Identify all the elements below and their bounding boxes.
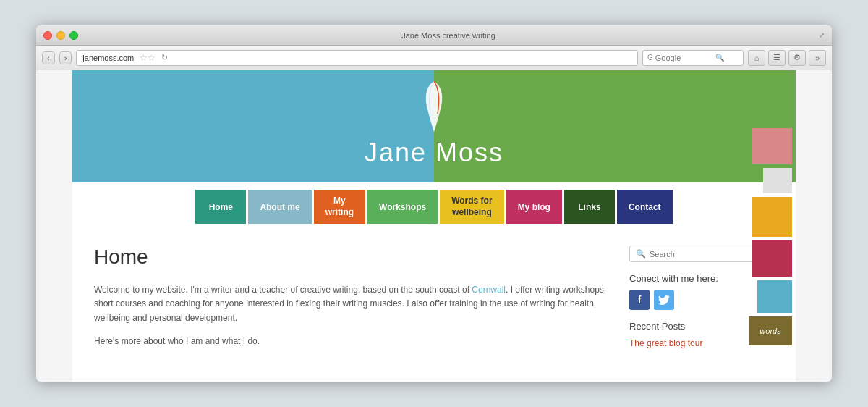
nav-contact[interactable]: Contact (617, 190, 673, 224)
cornwall-link[interactable]: Cornwall (472, 285, 506, 295)
toolbar-icons: ⌂ ☰ ⚙ » (748, 50, 826, 66)
deco-block-yellow (752, 197, 792, 237)
bookmark-icon: ☆☆ (140, 53, 156, 63)
home-toolbar-icon[interactable]: ⌂ (748, 50, 765, 66)
address-text: janemoss.com (82, 54, 134, 62)
deco-block-red (752, 240, 792, 277)
nav-links[interactable]: Links (564, 190, 615, 224)
minimize-button[interactable] (56, 31, 65, 40)
menu-icon[interactable]: ☰ (768, 50, 786, 66)
deco-block-words: words (749, 316, 792, 345)
main-layout: Home Welcome to my website. I'm a writer… (72, 231, 796, 363)
address-content: janemoss.com ☆☆ ↻ (82, 53, 631, 63)
hero-site-name: Jane Moss (365, 138, 503, 168)
recent-post-link[interactable]: The great blog tour (629, 338, 702, 348)
right-decorative-blocks: words (749, 128, 796, 345)
nav-writing[interactable]: My writing (314, 190, 365, 224)
more-link[interactable]: more (122, 336, 141, 346)
close-button[interactable] (43, 31, 52, 40)
title-bar: Jane Moss creative writing ⤢ (36, 25, 832, 46)
maximize-button[interactable] (69, 31, 78, 40)
main-content: Home Welcome to my website. I'm a writer… (94, 246, 615, 348)
reload-icon: ↻ (161, 53, 168, 62)
deco-block-teal (757, 280, 792, 313)
nav-workshops[interactable]: Workshops (367, 190, 438, 224)
site-content: Jane Moss Home About me My writing Works… (72, 70, 796, 382)
search-icon: 🔍 (636, 249, 646, 259)
browser-window: Jane Moss creative writing ⤢ ‹ › janemos… (36, 25, 832, 382)
nav-blog[interactable]: My blog (506, 190, 562, 224)
hero-banner: Jane Moss (72, 70, 796, 182)
toolbar: ‹ › janemoss.com ☆☆ ↻ G 🔍 ⌂ ☰ ⚙ » (36, 46, 832, 70)
more-icon[interactable]: » (809, 50, 826, 66)
page-title: Home (94, 246, 615, 269)
body-paragraph: Welcome to my website. I'm a writer and … (94, 283, 615, 325)
tools-icon[interactable]: ⚙ (788, 50, 806, 66)
browser-search-input[interactable] (655, 54, 713, 62)
nav-words[interactable]: Words for wellbeing (440, 190, 503, 224)
google-icon: G (647, 54, 653, 62)
more-paragraph: Here's more about who I am and what I do… (94, 336, 615, 346)
forward-button[interactable]: › (59, 51, 72, 64)
twitter-icon[interactable] (654, 290, 674, 310)
expand-icon: ⤢ (819, 31, 825, 39)
back-button[interactable]: ‹ (42, 51, 55, 64)
quill-decoration (412, 77, 456, 138)
address-bar[interactable]: janemoss.com ☆☆ ↻ (76, 50, 638, 66)
browser-search-wrap[interactable]: G 🔍 (642, 50, 744, 66)
deco-block-pink (752, 128, 792, 164)
window-title: Jane Moss creative writing (78, 31, 819, 40)
facebook-icon[interactable]: f (629, 290, 650, 310)
window-buttons (43, 31, 78, 40)
search-icon: 🔍 (715, 54, 724, 62)
deco-block-gray (763, 168, 792, 193)
nav-home[interactable]: Home (195, 190, 246, 224)
nav-bar: Home About me My writing Workshops Words… (72, 182, 796, 231)
nav-about[interactable]: About me (248, 190, 311, 224)
